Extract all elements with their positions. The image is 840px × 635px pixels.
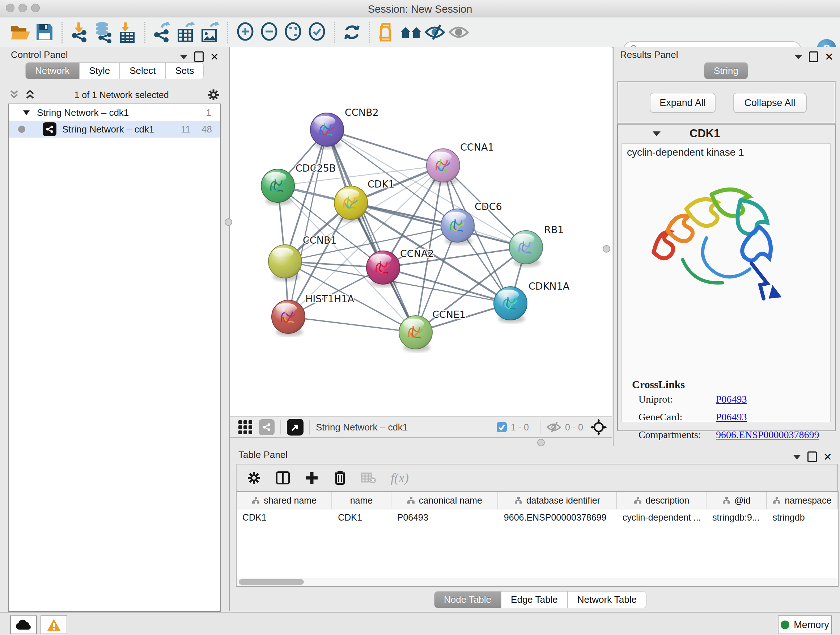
bottom-splitter-handle[interactable]	[537, 439, 545, 447]
scrollbar-thumb[interactable]	[239, 579, 304, 585]
export-network-icon	[152, 22, 172, 43]
right-splitter-handle[interactable]	[603, 245, 610, 253]
tab-sets[interactable]: Sets	[165, 62, 204, 79]
crosslink-link[interactable]: P06493	[716, 411, 747, 423]
memory-button[interactable]: Memory	[778, 616, 832, 634]
tab-node-table[interactable]: Node Table	[434, 591, 501, 608]
column-header--id[interactable]: @id	[706, 492, 767, 509]
panel-close-icon[interactable]: ✕	[825, 51, 834, 63]
tab-select[interactable]: Select	[120, 62, 165, 79]
edge-CCNA2-CDKN1A[interactable]	[383, 268, 510, 303]
protein-name: CDK1	[690, 127, 720, 140]
warnings-button[interactable]	[41, 616, 67, 634]
table-cell[interactable]: P06493	[392, 509, 498, 525]
hide-graphics-button[interactable]	[423, 21, 447, 44]
tab-network[interactable]: Network	[25, 62, 79, 79]
column-header-canonical-name[interactable]: canonical name	[392, 492, 498, 509]
table-row[interactable]: CDK1CDK1P064939606.ENSP00000378699cyclin…	[237, 509, 838, 525]
zoom-fit-button[interactable]	[281, 21, 305, 44]
column-header-namespace[interactable]: namespace	[767, 492, 838, 509]
show-columns-icon[interactable]	[276, 470, 290, 485]
tab-network-table[interactable]: Network Table	[568, 591, 646, 608]
edge-CCNB2-HIST1H1A[interactable]	[288, 130, 327, 317]
column-header-description[interactable]: description	[617, 492, 706, 509]
node-CCNA2[interactable]	[366, 251, 400, 287]
expand-all-icon[interactable]	[8, 89, 20, 100]
column-header-name[interactable]: name	[332, 492, 392, 509]
panel-collapse-icon[interactable]	[793, 455, 801, 459]
open-file-button[interactable]	[9, 21, 33, 44]
crosslink-row: Compartments:9606.ENSP00000378699	[638, 429, 819, 440]
delete-column-icon[interactable]	[333, 470, 347, 486]
show-graphics-button[interactable]	[447, 21, 471, 44]
collapse-all-icon[interactable]	[24, 89, 36, 100]
column-header-database-identifier[interactable]: database identifier	[498, 492, 617, 509]
table-cell[interactable]: CDK1	[237, 509, 332, 525]
grid-view-icon[interactable]	[238, 420, 253, 435]
panel-close-icon[interactable]: ✕	[210, 51, 219, 63]
save-session-button[interactable]	[33, 21, 57, 44]
fit-selected-crosshair-icon[interactable]	[591, 419, 607, 435]
tab-style[interactable]: Style	[79, 62, 120, 79]
crosslink-link[interactable]: P06493	[716, 394, 747, 405]
node-HIST1H1A[interactable]	[272, 300, 305, 336]
node-CDC6[interactable]	[441, 209, 474, 245]
edge-CCNB2-CCNA1[interactable]	[327, 130, 443, 165]
node-RB1[interactable]	[509, 231, 543, 267]
zoom-out-button[interactable]	[257, 21, 281, 44]
add-column-icon[interactable]	[305, 470, 319, 485]
panel-collapse-icon[interactable]	[180, 55, 188, 59]
refresh-layout-button[interactable]	[340, 21, 364, 44]
tree-expander-icon[interactable]	[22, 109, 30, 116]
node-CCNB2[interactable]	[310, 113, 344, 149]
table-cell[interactable]: 9606.ENSP00000378699	[498, 509, 617, 525]
gear-icon[interactable]	[207, 88, 220, 101]
tab-edge-table[interactable]: Edge Table	[501, 591, 568, 608]
selected-checkbox-icon[interactable]	[496, 422, 507, 432]
node-CDC25B[interactable]	[261, 169, 294, 205]
collapse-all-button[interactable]: Collapse All	[733, 93, 807, 113]
node-CDK1[interactable]	[334, 186, 368, 222]
homes-button[interactable]	[399, 21, 423, 44]
zoom-selected-button[interactable]	[305, 21, 329, 44]
node-CCNB1[interactable]	[268, 245, 302, 281]
left-splitter-handle[interactable]	[225, 218, 232, 226]
node-CCNE1[interactable]	[399, 316, 432, 352]
expand-all-button[interactable]: Expand All	[650, 93, 715, 113]
table-cell[interactable]: CDK1	[332, 509, 392, 525]
table-horizontal-scrollbar[interactable]	[236, 578, 838, 587]
crosslink-link[interactable]: 9606.ENSP00000378699	[716, 429, 819, 440]
protein-card-expander-icon[interactable]	[653, 131, 660, 136]
import-table-file-button[interactable]	[115, 21, 139, 44]
edge-HIST1H1A-CCNE1[interactable]	[288, 317, 416, 333]
network-row[interactable]: String Network – cdk1 11 48	[9, 121, 220, 138]
zoom-in-button[interactable]	[233, 21, 257, 44]
refresh-icon	[343, 23, 362, 42]
import-network-database-button[interactable]	[92, 21, 115, 44]
table-cell[interactable]: cyclin-dependent ...	[617, 509, 706, 525]
cloud-button[interactable]	[10, 616, 37, 634]
column-header-shared-name[interactable]: shared name	[237, 492, 332, 509]
table-settings-gear-icon[interactable]	[247, 470, 261, 485]
node-CCNA1[interactable]	[426, 149, 460, 185]
import-network-file-button[interactable]	[68, 21, 92, 44]
panel-float-icon[interactable]	[194, 51, 204, 62]
network-collection-row[interactable]: String Network – cdk1 1	[9, 104, 220, 121]
node-CDKN1A[interactable]	[494, 287, 527, 323]
export-network-button[interactable]	[150, 21, 174, 44]
network-view[interactable]: CCNB2CCNA1CDC25BCDK1CDC6RB1CCNB1CCNA2CDK…	[230, 47, 612, 416]
panel-close-icon[interactable]: ✕	[823, 451, 832, 463]
table-cell[interactable]: stringdb:9...	[706, 509, 767, 525]
panel-float-icon[interactable]	[807, 451, 817, 462]
network-graph[interactable]: CCNB2CCNA1CDC25BCDK1CDC6RB1CCNB1CCNA2CDK…	[230, 47, 612, 416]
export-image-button[interactable]	[198, 21, 222, 44]
duplicate-network-button[interactable]	[375, 21, 399, 44]
export-table-button[interactable]	[174, 21, 198, 44]
table-cell[interactable]: stringdb	[767, 509, 838, 525]
navigator-icon[interactable]	[287, 419, 303, 435]
tab-string[interactable]: String	[704, 62, 748, 79]
protein-card-header[interactable]: CDK1	[618, 125, 835, 143]
network-view-mode-icon[interactable]	[259, 419, 275, 435]
panel-collapse-icon[interactable]	[794, 55, 802, 59]
panel-float-icon[interactable]	[809, 51, 818, 62]
